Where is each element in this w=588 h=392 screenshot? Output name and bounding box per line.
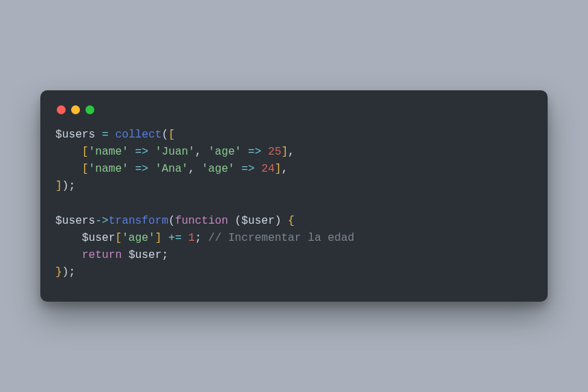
code-token: 'age' bbox=[122, 232, 155, 244]
code-token: = bbox=[102, 129, 109, 141]
code-token bbox=[55, 249, 82, 261]
code-token: ] bbox=[155, 232, 162, 244]
code-token: [ bbox=[168, 129, 175, 141]
code-token: 1 bbox=[188, 232, 195, 244]
code-token: ] bbox=[281, 146, 288, 158]
code-token: $users bbox=[55, 215, 95, 227]
code-token: 'name' bbox=[89, 163, 129, 175]
code-token: } bbox=[55, 266, 62, 278]
code-token: ; bbox=[68, 266, 75, 278]
code-token: ) bbox=[62, 266, 69, 278]
code-token bbox=[148, 163, 155, 175]
code-token bbox=[241, 146, 248, 158]
code-token bbox=[228, 215, 235, 227]
code-token: $user bbox=[241, 215, 275, 227]
zoom-icon[interactable] bbox=[85, 105, 94, 114]
code-token: ; bbox=[195, 232, 202, 244]
code-token bbox=[55, 163, 82, 175]
code-token bbox=[195, 163, 202, 175]
code-token bbox=[122, 249, 129, 261]
code-token: ; bbox=[161, 249, 168, 261]
code-token: ) bbox=[275, 215, 282, 227]
close-icon[interactable] bbox=[57, 105, 66, 114]
code-token: 'Juan' bbox=[155, 146, 195, 158]
code-token: => bbox=[135, 146, 148, 158]
code-token: 'name' bbox=[89, 146, 129, 158]
code-token: => bbox=[135, 163, 148, 175]
code-token: return bbox=[82, 249, 122, 261]
code-token bbox=[255, 163, 262, 175]
code-window: $users = collect([ ['name' => 'Juan', 'a… bbox=[40, 90, 548, 302]
code-token: $users bbox=[55, 129, 95, 141]
code-token: => bbox=[248, 146, 261, 158]
code-token bbox=[129, 146, 135, 158]
code-token: ) bbox=[62, 180, 69, 192]
code-token: // Incrementar la edad bbox=[208, 232, 354, 244]
code-token: collect bbox=[115, 129, 161, 141]
code-token: 24 bbox=[261, 163, 274, 175]
code-token: , bbox=[281, 163, 288, 175]
code-token: , bbox=[288, 146, 295, 158]
code-token: [ bbox=[82, 163, 89, 175]
code-token: 25 bbox=[268, 146, 281, 158]
window-titlebar bbox=[55, 103, 533, 127]
code-token bbox=[281, 215, 288, 227]
code-token bbox=[129, 163, 135, 175]
code-token: ( bbox=[235, 215, 241, 227]
code-token: [ bbox=[82, 146, 89, 158]
code-token: 'Ana' bbox=[155, 163, 189, 175]
code-token: 'age' bbox=[208, 146, 241, 158]
code-token: += bbox=[168, 232, 181, 244]
code-token: { bbox=[288, 215, 295, 227]
code-token bbox=[261, 146, 268, 158]
code-token: [ bbox=[115, 232, 122, 244]
code-token: , bbox=[195, 146, 202, 158]
code-token bbox=[95, 129, 102, 141]
code-token bbox=[148, 146, 155, 158]
code-token bbox=[55, 146, 82, 158]
code-token: ] bbox=[55, 180, 62, 192]
code-token bbox=[109, 129, 116, 141]
code-token: ( bbox=[168, 215, 175, 227]
code-token: ; bbox=[68, 180, 75, 192]
code-token: -> bbox=[95, 215, 108, 227]
code-token: $user bbox=[82, 232, 116, 244]
code-token bbox=[161, 232, 168, 244]
code-token bbox=[235, 163, 241, 175]
code-block: $users = collect([ ['name' => 'Juan', 'a… bbox=[55, 127, 533, 281]
code-token: => bbox=[241, 163, 254, 175]
code-token: ] bbox=[275, 163, 282, 175]
code-token: transform bbox=[109, 215, 168, 227]
code-token bbox=[55, 232, 82, 244]
code-token: function bbox=[175, 215, 228, 227]
code-token: , bbox=[188, 163, 195, 175]
minimize-icon[interactable] bbox=[71, 105, 80, 114]
code-token: 'age' bbox=[202, 163, 235, 175]
code-token: ( bbox=[161, 129, 168, 141]
code-token bbox=[182, 232, 189, 244]
code-token: $user bbox=[129, 249, 162, 261]
